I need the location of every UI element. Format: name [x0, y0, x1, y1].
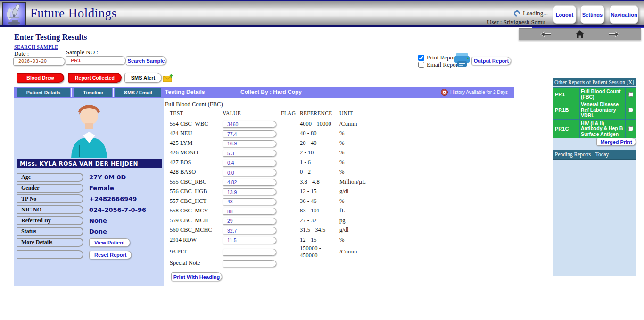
reset-report-button[interactable]: Reset Report — [89, 251, 132, 259]
test-unit: % — [339, 130, 382, 137]
test-unit: /Cumm — [339, 120, 382, 127]
email-report-checkbox[interactable] — [418, 62, 424, 68]
patient-field-label: TP No — [17, 194, 83, 203]
patient-field-label: Age — [17, 173, 83, 182]
report-row: PR1 Full Blood Count (FBC) — [553, 88, 636, 101]
sms-alert-button[interactable]: SMS Alert — [124, 73, 162, 83]
blood-drew-button[interactable]: Blood Drew — [17, 73, 64, 83]
test-name: 559 CBC_MCH — [170, 217, 223, 224]
test-unit: % — [339, 198, 382, 205]
report-select-checkbox[interactable] — [628, 108, 633, 112]
send-email-icon[interactable] — [163, 74, 174, 84]
test-group-title: Full Blood Count (FBC) — [165, 101, 223, 108]
test-value-input[interactable] — [223, 140, 276, 147]
patient-field-row: Age 27Y 0M 0D — [17, 172, 163, 183]
date-input[interactable] — [13, 57, 65, 66]
report-name: Full Blood Count (FBC) — [580, 88, 625, 101]
back-arrow-icon[interactable] — [540, 31, 551, 37]
test-unit: % — [339, 168, 382, 176]
test-reference: 40 - 80 — [300, 130, 339, 137]
test-reference: 150000 - 450000 — [300, 245, 339, 259]
test-row: 426 MONO 2 - 10 % — [164, 148, 513, 158]
test-value-input[interactable] — [223, 188, 276, 195]
patient-field-row: Gender Female — [17, 183, 163, 194]
test-reference: 31.5 - 34.5 — [300, 227, 339, 234]
report-row: PR1C HIV (I & II) Antibody & Hep B Surfa… — [553, 120, 636, 138]
test-value-input[interactable] — [223, 237, 276, 244]
collect-by-label: Collect By : Hard Copy — [240, 89, 302, 95]
test-value-input[interactable] — [223, 198, 276, 205]
report-select-checkbox[interactable] — [628, 126, 633, 131]
tab-sms-email[interactable]: SMS / Email — [115, 88, 161, 97]
test-value-input[interactable] — [223, 179, 276, 186]
test-row: 559 CBC_MCH 27 - 32 pg — [164, 216, 513, 226]
test-value-input[interactable] — [223, 227, 276, 234]
close-icon[interactable]: [X] — [627, 79, 634, 85]
col-test: TEST — [170, 110, 223, 116]
test-row: 560 CBC_MCHC 31.5 - 34.5 g/dl — [164, 226, 513, 236]
patient-field-value: 27Y 0M 0D — [89, 174, 126, 181]
test-reference: 4000 - 10000 — [300, 120, 339, 127]
search-sample-button[interactable]: Search Sample — [126, 56, 166, 65]
home-icon[interactable] — [575, 30, 585, 38]
test-value-input[interactable] — [223, 150, 276, 157]
patient-avatar — [58, 101, 120, 160]
test-value-input[interactable] — [223, 121, 276, 128]
testing-details-panel: Full Blood Count (FBC) TEST VALUE FLAG R… — [164, 98, 514, 286]
merged-print-button[interactable]: Merged Print — [596, 138, 636, 146]
loading-text: Loading... — [523, 9, 548, 17]
report-collected-button[interactable]: Report Collected — [68, 73, 122, 83]
report-select-checkbox[interactable] — [628, 92, 633, 97]
test-table-body: 554 CBC_WBC 4000 - 10000 /Cumm 424 NEU 4… — [164, 119, 513, 254]
test-value-input[interactable] — [223, 208, 276, 215]
test-reference: 1 - 6 — [300, 159, 339, 166]
test-name: 93 PLT — [170, 248, 223, 255]
test-row: 93 PLT 150000 - 450000 /Cumm — [164, 245, 513, 255]
report-code: PR1C — [553, 120, 579, 138]
print-report-label: Print Report — [427, 54, 457, 61]
printer-icon[interactable] — [454, 52, 471, 69]
test-name: 560 CBC_MCHC — [170, 227, 223, 234]
empty-label-pill — [17, 250, 83, 259]
test-name: 555 CBC_RBC — [170, 178, 223, 185]
test-name: 557 CBC_HCT — [170, 198, 223, 205]
settings-button[interactable]: Settings — [580, 5, 604, 24]
patient-field-value: +2482666949 — [89, 195, 137, 202]
output-report-button[interactable]: Output Report — [471, 57, 511, 65]
date-label: Date : — [14, 50, 29, 58]
print-with-heading-button[interactable]: Print With Heading — [171, 272, 222, 281]
tab-timeline[interactable]: Timeline — [74, 88, 112, 97]
test-reference: 0 - 2 — [300, 168, 339, 176]
col-reference: REFERENCE — [300, 110, 339, 116]
sample-no-input[interactable] — [66, 56, 126, 65]
test-row: 554 CBC_WBC 4000 - 10000 /Cumm — [164, 119, 513, 129]
test-value-input[interactable] — [223, 160, 276, 167]
special-note-input[interactable] — [223, 260, 276, 267]
tab-divider — [113, 88, 114, 97]
sample-no-label: Sample NO : — [66, 49, 98, 56]
forward-arrow-icon[interactable] — [609, 31, 620, 37]
col-value: VALUE — [223, 110, 281, 116]
history-nav-bar — [519, 28, 641, 40]
test-value-input[interactable] — [223, 249, 276, 256]
test-unit: fL — [339, 207, 382, 214]
print-report-checkbox[interactable] — [418, 55, 424, 61]
logged-in-user: User : Srivignesh Somu — [487, 18, 545, 26]
view-patient-button[interactable]: View Patient — [89, 238, 130, 247]
test-row: 558 CBC_MCV 83 - 101 fL — [164, 206, 513, 216]
test-name: 2914 RDW — [170, 236, 223, 244]
patient-name-banner: Miss. KYLA ROSA VAN DER HEIJDEN — [17, 159, 162, 168]
test-row: 2914 RDW 12 - 15 % — [164, 235, 513, 245]
test-value-input[interactable] — [223, 218, 276, 225]
patient-field-label: Gender — [17, 184, 83, 193]
search-sample-link[interactable]: SEARCH SAMPLE — [14, 44, 58, 50]
history-note: History Available for 2 Days — [450, 90, 508, 95]
navigation-button[interactable]: Navigation — [610, 5, 638, 24]
test-value-input[interactable] — [223, 130, 276, 137]
tab-patient-details[interactable]: Patient Details — [17, 88, 70, 97]
logout-button[interactable]: Logout — [553, 5, 576, 24]
app-header: Future Holdings Loading... User : Srivig… — [0, 0, 644, 27]
report-row: PR1B Veneral Disease Ref Laboratory VDRL — [553, 101, 636, 119]
test-value-input[interactable] — [223, 169, 276, 176]
tab-testing-details[interactable]: Testing Details — [165, 89, 205, 95]
